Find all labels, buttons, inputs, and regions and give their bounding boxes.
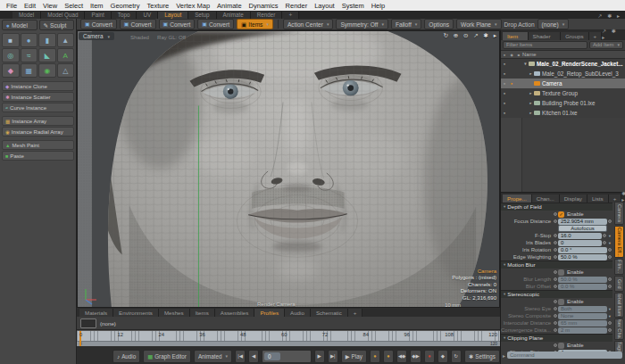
vtab-film[interactable]: Film... (614, 259, 624, 275)
dof-enable-checkbox[interactable]: ✓ (558, 211, 564, 218)
menu-vertex-map[interactable]: Vertex Map (172, 2, 213, 10)
channel-dot[interactable] (554, 219, 557, 223)
channel-dot[interactable] (554, 241, 557, 244)
autofocus-button[interactable]: Autofocus (558, 225, 607, 232)
channel-dot[interactable] (554, 343, 557, 347)
play-button[interactable]: ▶Play (341, 350, 367, 363)
expand-arrow-icon[interactable]: ▸ (528, 111, 534, 115)
filter-items-input[interactable]: Filter Items (503, 41, 588, 49)
tab-topo[interactable]: Topo (112, 12, 138, 19)
work-plane-dropdown[interactable]: Work Plane▾ (456, 19, 501, 29)
tab-lists[interactable]: Lists (588, 194, 609, 203)
expand-arrow-icon[interactable]: ▸ (528, 91, 534, 95)
poly-sphere-tool-icon[interactable]: ◉ (38, 63, 56, 78)
add-item-dropdown[interactable]: Add Item▾ (589, 41, 623, 49)
eye-icon[interactable]: ● (501, 71, 508, 76)
mini-slider-knob[interactable] (608, 248, 612, 252)
vtab-user-channels[interactable]: User Cha... (614, 318, 624, 340)
tab-layout[interactable]: Layout (158, 12, 188, 19)
expand-arrow-icon[interactable]: ▸ (528, 71, 534, 76)
next-frame-button[interactable]: ▶ (314, 350, 325, 363)
fstop-field[interactable]: 16.0 (558, 233, 602, 239)
menu-render[interactable]: Render (282, 2, 312, 10)
tab-shader-tree[interactable]: Shader Tree (529, 32, 562, 40)
channel-dot[interactable] (554, 212, 557, 216)
channel-dot[interactable] (554, 255, 557, 259)
tab-animate[interactable]: Animate (217, 12, 251, 19)
preset-thumbnail[interactable] (80, 318, 96, 328)
graph-editor-button[interactable]: ▦Graph Editor (143, 350, 191, 363)
mini-slider-knob[interactable] (608, 219, 612, 223)
curve-instance-button[interactable]: ≈Curve Instance (2, 103, 74, 112)
tab-setup[interactable]: Setup (188, 12, 216, 19)
convert-button-4[interactable]: ▣Convert (197, 19, 234, 29)
tab-display[interactable]: Display (560, 194, 588, 203)
channel-dot[interactable] (554, 248, 557, 252)
tab-render[interactable]: Render (251, 12, 283, 19)
menu-help[interactable]: Help (368, 2, 388, 10)
menu-edit[interactable]: Edit (21, 2, 39, 10)
instance-scatter-button[interactable]: ✱Instance Scatter (2, 92, 74, 102)
viewport-raygl-label[interactable]: Ray GL: Off (157, 34, 186, 40)
tab-meshes[interactable]: Meshes (159, 309, 190, 317)
channel-dot[interactable] (554, 270, 557, 274)
timeline-ruler[interactable]: 01224 364860 728496 108120 (77, 330, 500, 341)
panel-icons[interactable]: ↗ ✱ ▸ (602, 28, 623, 40)
cylinder-tool-icon[interactable]: ▮ (38, 33, 56, 47)
sphere-tool-icon[interactable]: ● (21, 33, 38, 47)
panel-icons[interactable]: ✱ ▸ (621, 190, 625, 203)
item-row-mesh[interactable]: ● ▸ Male_02_Retop_SubDLevel_3 (501, 69, 625, 79)
section-clipping-plane[interactable]: ▾Clipping Plane (501, 334, 612, 342)
tab-paint[interactable]: Paint (85, 12, 111, 19)
convert-button-2[interactable]: ▣Convert (120, 19, 156, 29)
chevron-down-icon[interactable]: ▾ (607, 241, 612, 245)
curve-tool-icon[interactable]: ≈ (21, 48, 38, 62)
go-to-start-button[interactable]: |◀ (235, 350, 246, 363)
edge-weighting-field[interactable]: 50.0 % (558, 254, 607, 261)
previous-key-button[interactable]: ◀◆ (396, 350, 407, 363)
loop-button[interactable]: ↻ (451, 350, 462, 363)
motion-blur-enable-checkbox[interactable]: ✓ (558, 269, 564, 276)
viewport-shading-label[interactable]: Shaded (130, 34, 149, 40)
go-to-end-button[interactable]: ▶| (328, 350, 338, 363)
action-center-dropdown[interactable]: Action Center▾ (283, 19, 333, 29)
section-depth-of-field[interactable]: ▾Depth of Field (501, 203, 612, 211)
model-mode-button[interactable]: ●Model (2, 20, 38, 30)
convert-button-1[interactable]: ▣Convert (80, 19, 117, 29)
eye-icon[interactable]: ● (501, 62, 508, 66)
cube-tool-icon[interactable]: ■ (2, 33, 20, 47)
expand-arrow-icon[interactable]: ▸ (528, 101, 534, 105)
symmetry-dropdown[interactable]: Symmetry: Off▾ (336, 19, 388, 29)
chevron-down-icon[interactable]: ▾ (607, 234, 612, 238)
mesh-paint-button[interactable]: ▲Mesh Paint (2, 140, 74, 150)
tab-add[interactable]: + (282, 12, 299, 19)
next-key-button[interactable]: ◆▶ (410, 350, 421, 363)
iris-blades-field[interactable]: 0 (558, 240, 602, 246)
eye-icon[interactable]: ● (501, 81, 508, 86)
menu-select[interactable]: Select (61, 2, 87, 10)
sculpt-mode-button[interactable]: ✎Sculpt (39, 20, 75, 30)
tab-materials[interactable]: Materials (79, 309, 113, 317)
tab-properties[interactable]: Prope... (503, 194, 532, 203)
vtab-grid[interactable]: Grid (614, 276, 624, 292)
menu-layout[interactable]: Layout (311, 2, 338, 10)
tab-schematic[interactable]: Schematic (311, 309, 348, 317)
menu-dynamics[interactable]: Dynamics (246, 2, 282, 10)
menu-texture[interactable]: Texture (144, 2, 173, 10)
falloff-dropdown[interactable]: Falloff▾ (391, 19, 421, 29)
vtab-camera[interactable]: Camera (614, 202, 624, 225)
tab-channels[interactable]: Chan... (532, 194, 560, 203)
menu-system[interactable]: System (338, 2, 368, 10)
frame-slider-handle[interactable] (264, 352, 280, 360)
text-tool-icon[interactable]: A (57, 48, 75, 62)
menu-geometry[interactable]: Geometry (107, 2, 144, 10)
tab-profiles[interactable]: Profiles (254, 309, 285, 317)
command-input[interactable]: Command (507, 352, 622, 359)
viewport-3d[interactable] (77, 30, 500, 308)
tab-model[interactable]: Model (12, 12, 41, 19)
channel-dot[interactable] (554, 234, 557, 237)
viewport-camera-selector[interactable]: Camera▾ (79, 32, 114, 40)
eye-icon[interactable]: ● (501, 111, 508, 115)
tab-uv[interactable]: UV (137, 12, 158, 19)
current-frame-slider[interactable]: 0 (262, 350, 312, 363)
